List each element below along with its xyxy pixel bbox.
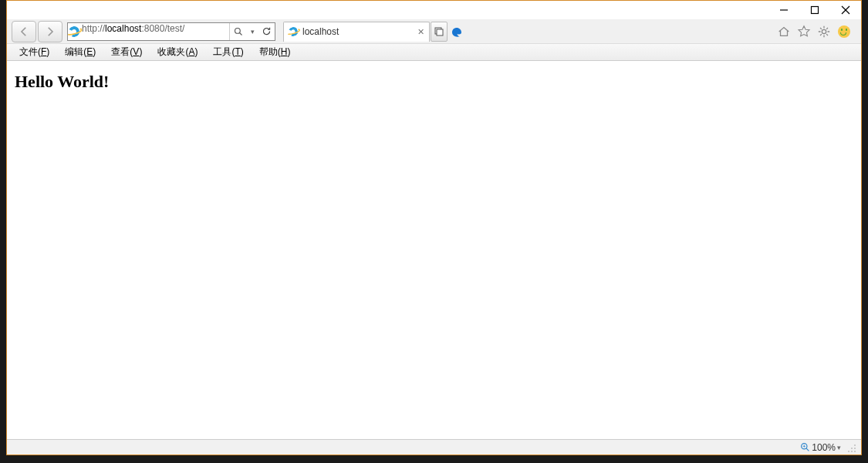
svg-point-18	[854, 451, 856, 452]
menu-help[interactable]: 帮助(H)	[252, 44, 299, 60]
resize-grip[interactable]	[846, 442, 856, 453]
search-icon	[234, 27, 243, 36]
menu-tools[interactable]: 工具(T)	[205, 44, 251, 60]
tab-label: localhost	[302, 26, 412, 37]
minimize-button[interactable]	[768, 1, 799, 19]
window-controls	[768, 1, 861, 19]
zoom-label: 100%	[812, 442, 836, 453]
tab-strip: localhost ✕	[283, 22, 465, 42]
new-tab-icon	[434, 27, 444, 36]
menubar: 文件(F) 编辑(E) 查看(V) 收藏夹(A) 工具(T) 帮助(H)	[7, 44, 861, 61]
svg-point-4	[235, 28, 241, 33]
edge-icon	[451, 25, 463, 38]
forward-icon	[43, 25, 57, 39]
navbar: http://localhost:8080/test/ ▾ localhost …	[7, 19, 861, 44]
address-search-segment: ▾	[229, 23, 275, 40]
home-icon	[777, 25, 791, 39]
ie-window: http://localhost:8080/test/ ▾ localhost …	[6, 0, 862, 455]
smiley-icon	[838, 25, 850, 38]
svg-rect-7	[437, 29, 443, 35]
forward-button[interactable]	[38, 21, 62, 42]
svg-point-17	[851, 451, 853, 452]
url-input[interactable]: http://localhost:8080/test/	[80, 23, 229, 40]
svg-point-13	[854, 444, 856, 446]
svg-point-14	[851, 448, 853, 449]
url-prefix: http://	[82, 23, 105, 34]
favorites-button[interactable]	[796, 24, 812, 39]
menu-file[interactable]: 文件(F)	[12, 44, 57, 60]
resize-grip-icon	[847, 444, 856, 453]
page-content: Hello World!	[7, 61, 861, 439]
menu-view[interactable]: 查看(V)	[103, 44, 150, 60]
zoom-dropdown[interactable]: ▾	[837, 444, 841, 451]
menu-edit[interactable]: 编辑(E)	[57, 44, 103, 60]
back-button[interactable]	[12, 21, 36, 42]
url-rest: :8080/test/	[141, 23, 184, 34]
ie-icon	[68, 25, 80, 38]
close-button[interactable]	[830, 1, 861, 19]
new-tab-button[interactable]	[431, 22, 448, 42]
search-button[interactable]	[230, 23, 247, 40]
svg-point-16	[848, 451, 849, 452]
ie-icon	[288, 26, 299, 37]
close-icon	[841, 5, 850, 15]
feedback-button[interactable]	[836, 24, 852, 39]
svg-line-5	[240, 32, 242, 35]
settings-button[interactable]	[816, 24, 832, 39]
refresh-icon	[262, 26, 272, 36]
titlebar	[7, 1, 861, 19]
maximize-icon	[810, 5, 819, 15]
star-icon	[797, 25, 811, 39]
svg-point-15	[854, 448, 856, 449]
page-heading: Hello World!	[15, 72, 853, 92]
refresh-button[interactable]	[258, 23, 275, 40]
tab-close-button[interactable]: ✕	[415, 26, 426, 37]
statusbar: 100% ▾	[7, 439, 861, 455]
search-dropdown[interactable]: ▾	[247, 23, 258, 40]
nav-right-toolbar	[776, 24, 856, 39]
zoom-icon	[800, 442, 810, 452]
gear-icon	[817, 25, 831, 39]
open-edge-button[interactable]	[448, 22, 465, 42]
minimize-icon	[779, 5, 789, 15]
zoom-control[interactable]: 100% ▾	[800, 442, 841, 453]
menu-favorites[interactable]: 收藏夹(A)	[150, 44, 205, 60]
svg-rect-1	[812, 7, 819, 14]
back-icon	[17, 25, 31, 39]
svg-point-8	[822, 29, 826, 33]
home-button[interactable]	[776, 24, 792, 39]
tab-localhost[interactable]: localhost ✕	[283, 22, 430, 42]
url-host: localhost	[105, 23, 141, 34]
maximize-button[interactable]	[799, 1, 830, 19]
svg-line-10	[806, 448, 809, 451]
address-bar[interactable]: http://localhost:8080/test/ ▾	[67, 22, 275, 41]
